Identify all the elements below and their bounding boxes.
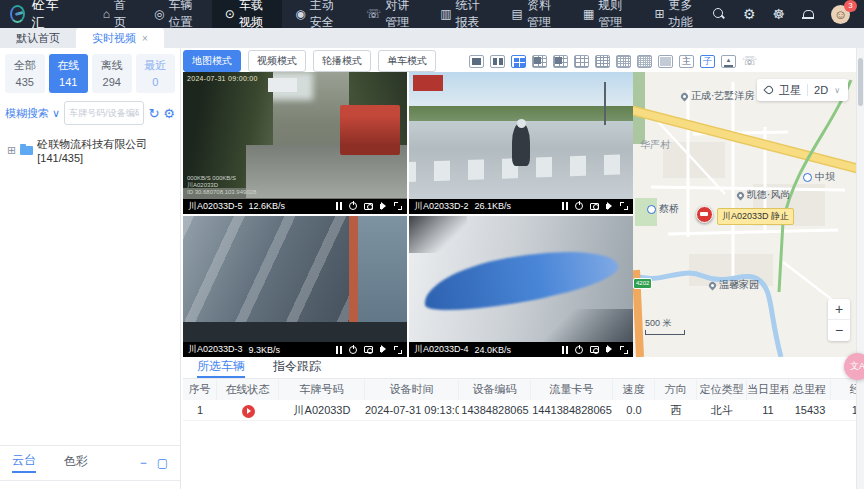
power-icon[interactable]	[575, 202, 583, 210]
layout-25-icon[interactable]	[616, 55, 631, 68]
map-poi-estate2: 凯德·风尚	[737, 188, 790, 202]
layout-16-icon[interactable]	[595, 55, 610, 68]
translate-float-button[interactable]: 文A	[844, 353, 864, 380]
device-time-cell: 2024-07-31 09:13:07	[365, 400, 459, 421]
power-icon[interactable]	[349, 346, 357, 354]
speaker-icon[interactable]	[606, 347, 609, 352]
scrollbar-thumb[interactable]	[858, 58, 863, 106]
table-row[interactable]: 1 川A02033D 2024-07-31 09:13:07 143848280…	[183, 400, 856, 421]
nav-item-vehicle-location[interactable]: ◎车辆位置	[141, 0, 212, 28]
power-icon[interactable]	[349, 202, 357, 210]
layout-9-icon[interactable]	[574, 55, 589, 68]
pause-icon[interactable]	[336, 346, 342, 354]
layout-1-icon[interactable]	[469, 55, 484, 68]
layout-2-icon[interactable]	[490, 55, 505, 68]
nav-item-active-safety[interactable]: ◉主动安全	[282, 0, 353, 28]
fullscreen-icon[interactable]	[394, 202, 402, 210]
table-header-row: 序号 在线状态 车牌号码 设备时间 设备编码 流量卡号 速度 方向 定位类型 当…	[183, 379, 856, 400]
map-panel[interactable]: 正成·艺墅洋房 华严村 中坝 凯德·风尚 蔡桥 温馨家园 川A02033D 静止…	[633, 72, 856, 357]
sub-stream-icon[interactable]: 子	[700, 55, 715, 68]
search-mode-dropdown[interactable]: 模糊搜索 ∨	[5, 106, 60, 121]
fullscreen-icon[interactable]	[394, 346, 402, 354]
company-tree-node[interactable]: ⊞ 砼联物流科技有限公司[141/435]	[0, 125, 180, 176]
tab-selected-vehicles[interactable]: 所选车辆	[197, 357, 245, 378]
video-mode-button[interactable]: 视频模式	[248, 50, 306, 72]
minimize-icon[interactable]: −	[140, 456, 147, 470]
layout-6-icon[interactable]	[532, 55, 547, 68]
snapshot-icon[interactable]	[590, 346, 599, 353]
nav-item-rule-management[interactable]: ▦规则管理	[570, 0, 641, 28]
view-mode-label[interactable]: 2D	[814, 84, 828, 96]
nav-item-vehicle-video[interactable]: ⊙车载视频	[212, 0, 283, 28]
video-scene-truck-side	[409, 216, 633, 343]
layout-36-icon[interactable]	[637, 55, 652, 68]
video-tile-2[interactable]: 川A02033D-2 26.1KB/s	[409, 72, 633, 214]
alarm-icon[interactable]	[802, 8, 814, 20]
snapshot-icon[interactable]	[590, 203, 599, 210]
snapshot-icon[interactable]	[364, 346, 373, 353]
map-pin-icon	[736, 190, 746, 200]
layout-4-icon[interactable]	[511, 55, 526, 68]
main-stream-icon[interactable]: 主	[679, 55, 694, 68]
tree-settings-icon[interactable]: ⚙	[163, 106, 175, 121]
map-view-control[interactable]: 卫星 2D ∨	[757, 79, 848, 101]
page-scrollbar[interactable]	[856, 48, 864, 489]
metro-icon	[647, 205, 656, 214]
search-input[interactable]	[64, 101, 144, 125]
settings-gear-icon[interactable]: ⚙	[743, 7, 756, 21]
tab-color[interactable]: 色彩	[64, 453, 88, 472]
map-label-village: 华严村	[640, 138, 670, 152]
audio-call-icon[interactable]: ☏	[742, 55, 755, 68]
speaker-icon[interactable]	[380, 347, 383, 352]
vehicle-marker-icon[interactable]	[696, 206, 713, 223]
nav-item-reports[interactable]: ▥统计报表	[427, 0, 498, 28]
single-vehicle-mode-button[interactable]: 单车模式	[378, 50, 436, 72]
pause-icon[interactable]	[336, 202, 342, 210]
map-scale: 500 米	[645, 317, 685, 335]
map-mode-button[interactable]: 地图模式	[183, 50, 241, 72]
restore-icon[interactable]: ▢	[157, 456, 168, 470]
nav-item-intercom[interactable]: ☏对讲管理	[353, 0, 427, 28]
video-tile-4[interactable]: 川A02033D-4 24.0KB/s	[409, 216, 633, 358]
tab-command-trace[interactable]: 指令跟踪	[273, 357, 321, 378]
nav-item-home[interactable]: ⌂首页	[90, 0, 141, 28]
search-icon[interactable]	[712, 7, 726, 21]
tab-default-home[interactable]: 默认首页	[0, 28, 76, 48]
filter-offline[interactable]: 离线294	[92, 54, 132, 93]
speaker-icon[interactable]	[380, 204, 383, 209]
pause-icon[interactable]	[562, 346, 568, 354]
direction-cell: 西	[655, 400, 697, 421]
nav-item-more[interactable]: ⊞更多功能	[641, 0, 712, 28]
pause-icon[interactable]	[562, 202, 568, 210]
steering-wheel-icon[interactable]: ☸	[772, 7, 785, 21]
speaker-icon[interactable]	[606, 204, 609, 209]
bottom-shadow-shape	[543, 309, 633, 342]
filter-all[interactable]: 全部435	[5, 54, 45, 93]
tab-ptz[interactable]: 云台	[12, 452, 36, 473]
notification-badge: 3	[844, 0, 857, 12]
power-icon[interactable]	[575, 346, 583, 354]
zoom-in-button[interactable]: +	[828, 299, 850, 320]
video-tile-1[interactable]: 2024-07-31 09:00:00 000KB/S 000KB/S 川A02…	[183, 72, 407, 214]
nav-item-data-management[interactable]: ▤资料管理	[499, 0, 570, 28]
refresh-icon[interactable]: ↻	[148, 106, 159, 121]
vehicle-status-label[interactable]: 川A02033D 静止	[717, 208, 794, 225]
more-apps-icon: ⊞	[654, 8, 664, 20]
carousel-mode-button[interactable]: 轮播模式	[313, 50, 371, 72]
zoom-out-button[interactable]: −	[828, 320, 850, 341]
fullscreen-icon[interactable]	[620, 202, 628, 210]
layout-8-icon[interactable]	[553, 55, 568, 68]
user-avatar[interactable]: ☺ 3	[831, 5, 850, 24]
eject-icon[interactable]: ▲	[721, 55, 736, 68]
close-tab-icon[interactable]: ×	[142, 33, 148, 44]
filter-online[interactable]: 在线141	[49, 54, 89, 93]
layout-wide-icon[interactable]	[658, 55, 673, 68]
satellite-label[interactable]: 卫星	[779, 83, 801, 98]
video-tile-3[interactable]: 川A02033D-3 9.3KB/s	[183, 216, 407, 358]
filter-recent[interactable]: 最近0	[136, 54, 176, 93]
map-pin-icon	[708, 280, 718, 290]
expand-icon[interactable]: ⊞	[7, 145, 16, 156]
snapshot-icon[interactable]	[364, 203, 373, 210]
fullscreen-icon[interactable]	[620, 346, 628, 354]
tab-live-video[interactable]: 实时视频×	[76, 28, 164, 48]
